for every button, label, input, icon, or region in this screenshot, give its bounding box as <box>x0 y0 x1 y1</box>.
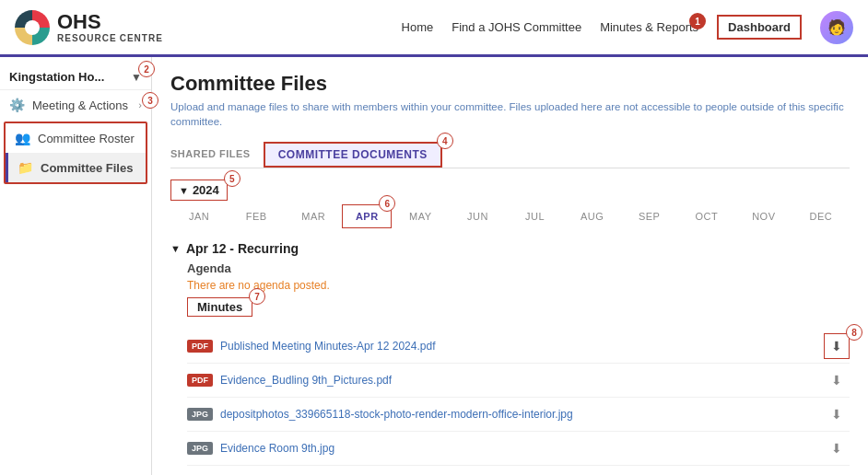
logo-icon <box>15 10 50 45</box>
year-chevron-icon: ▼ <box>179 185 189 196</box>
sidebar-section-highlight: 👥 Committee Roster 📁 Committee Files <box>4 122 147 184</box>
shared-files-label: SHARED FILES <box>170 143 264 167</box>
meeting-title: Apr 12 - Recurring <box>186 241 299 256</box>
year-selector[interactable]: ▼ 2024 <box>170 180 228 201</box>
sidebar-org-name: Kingstation Ho... <box>9 70 104 84</box>
callout-4: 4 <box>437 133 453 149</box>
content-area: Committee Files Upload and manage files … <box>152 57 868 475</box>
year-selector-wrapper: ▼ 2024 5 <box>170 180 228 201</box>
download-button-3[interactable]: ⬇ <box>824 401 850 427</box>
committee-documents-tab[interactable]: COMMITTEE DOCUMENTS <box>264 142 442 168</box>
sidebar-item-committee-roster[interactable]: 👥 Committee Roster <box>6 123 146 153</box>
callout-3: 3 <box>142 92 158 109</box>
month-oct[interactable]: OCT <box>678 205 735 227</box>
file-row: JPG Evidence Room 9th.jpg ⬇ <box>187 432 850 466</box>
meeting-expand-icon[interactable]: ▼ <box>170 243 181 254</box>
file-badge-jpg-2: JPG <box>187 442 213 455</box>
committee-roster-icon: 👥 <box>15 131 30 145</box>
nav-dashboard[interactable]: Dashboard <box>717 15 802 40</box>
callout-2-wrap: ▼ 2 <box>131 70 142 84</box>
file-badge-pdf-2: PDF <box>187 374 213 387</box>
callout-7: 7 <box>249 288 265 305</box>
callout-8: 8 <box>846 324 862 341</box>
main-layout: Kingstation Ho... ▼ 2 ⚙️ Meeting & Actio… <box>0 57 868 475</box>
month-feb[interactable]: FEB <box>228 205 285 227</box>
download-btn-1-wrapper: ⬇ 8 <box>824 333 850 359</box>
file-link-4[interactable]: Evidence Room 9th.jpg <box>220 442 824 455</box>
sidebar-files-label: Committee Files <box>41 161 133 175</box>
meeting-actions-icon: ⚙️ <box>9 98 25 112</box>
callout-2: 2 <box>138 61 155 77</box>
file-link-1[interactable]: Published Meeting Minutes-Apr 12 2024.pd… <box>220 340 824 353</box>
nav-home[interactable]: Home <box>402 20 434 34</box>
sidebar-item-committee-files[interactable]: 📁 Committee Files <box>6 153 146 182</box>
file-row: JPG depositphotos_339665118-stock-photo-… <box>187 398 850 432</box>
nav-minutes-reports[interactable]: Minutes & Reports <box>600 20 698 34</box>
callout-1: 1 <box>689 13 706 29</box>
file-row: PDF Evidence_Budling 9th_Pictures.pdf ⬇ <box>187 364 850 398</box>
month-may[interactable]: MAY <box>392 205 449 227</box>
file-badge-jpg-1: JPG <box>187 408 213 421</box>
logo-ohs: OHS <box>57 11 163 33</box>
tabs-row: SHARED FILES COMMITTEE DOCUMENTS 4 <box>170 142 850 168</box>
year-row: ▼ 2024 5 <box>170 180 850 201</box>
file-link-2[interactable]: Evidence_Budling 9th_Pictures.pdf <box>220 374 824 387</box>
logo-text: OHS RESOURCE CENTRE <box>57 11 163 43</box>
file-row: PDF Published Meeting Minutes-Apr 12 202… <box>187 330 850 364</box>
download-button-4[interactable]: ⬇ <box>824 435 850 461</box>
file-badge-pdf-1: PDF <box>187 340 213 353</box>
file-link-3[interactable]: depositphotos_339665118-stock-photo-rend… <box>220 408 824 421</box>
month-sep[interactable]: SEP <box>621 205 678 227</box>
sidebar: Kingstation Ho... ▼ 2 ⚙️ Meeting & Actio… <box>0 57 152 475</box>
committee-docs-tab-wrapper: COMMITTEE DOCUMENTS 4 <box>264 142 442 168</box>
months-row: JAN FEB MAR APR 6 MAY JUN JUL AUG SEP OC… <box>170 204 850 228</box>
download-button-2[interactable]: ⬇ <box>824 367 850 393</box>
month-jun[interactable]: JUN <box>449 205 506 227</box>
month-apr-wrapper: APR 6 <box>342 204 392 228</box>
sidebar-roster-label: Committee Roster <box>38 132 135 145</box>
no-agenda-text: There are no agenda posted. <box>187 279 850 292</box>
logo-area: OHS RESOURCE CENTRE <box>15 10 163 45</box>
minutes-label: Minutes <box>187 297 252 317</box>
meeting-content: Agenda There are no agenda posted. Minut… <box>170 261 850 466</box>
download-button-1[interactable]: ⬇ <box>824 333 850 359</box>
logo-centre: CENTRE <box>120 33 163 43</box>
page-description: Upload and manage files to share with me… <box>170 99 850 129</box>
minutes-label-wrapper: Minutes 7 <box>187 297 252 322</box>
year-value: 2024 <box>193 183 219 197</box>
page-title: Committee Files <box>170 72 850 96</box>
month-mar[interactable]: MAR <box>285 205 342 227</box>
month-jan[interactable]: JAN <box>170 205 228 227</box>
user-avatar[interactable]: 🧑 <box>820 11 853 44</box>
meeting-title-row: ▼ Apr 12 - Recurring <box>170 241 850 256</box>
nav-minutes-wrapper: Minutes & Reports 1 <box>600 20 698 34</box>
sidebar-item-meeting-actions[interactable]: ⚙️ Meeting & Actions › <box>0 90 151 120</box>
nav-find-committee[interactable]: Find a JOHS Committee <box>452 20 581 34</box>
committee-files-icon: 📁 <box>18 160 33 175</box>
callout-5: 5 <box>224 170 240 187</box>
month-aug[interactable]: AUG <box>564 205 621 227</box>
header: OHS RESOURCE CENTRE Home Find a JOHS Com… <box>0 0 868 57</box>
sidebar-org-selector[interactable]: Kingstation Ho... ▼ 2 <box>0 64 151 90</box>
agenda-label: Agenda <box>187 261 850 275</box>
sidebar-items-wrapper: ⚙️ Meeting & Actions › 👥 Committee Roste… <box>0 90 151 184</box>
month-jul[interactable]: JUL <box>506 205 563 227</box>
meeting-section: ▼ Apr 12 - Recurring Agenda There are no… <box>170 241 850 466</box>
sidebar-item-meeting-label: Meeting & Actions <box>32 98 128 112</box>
month-nov[interactable]: NOV <box>735 205 792 227</box>
logo-resource: RESOURCE <box>57 33 117 43</box>
nav-links: Home Find a JOHS Committee Minutes & Rep… <box>402 11 853 44</box>
month-dec[interactable]: DEC <box>792 205 850 227</box>
